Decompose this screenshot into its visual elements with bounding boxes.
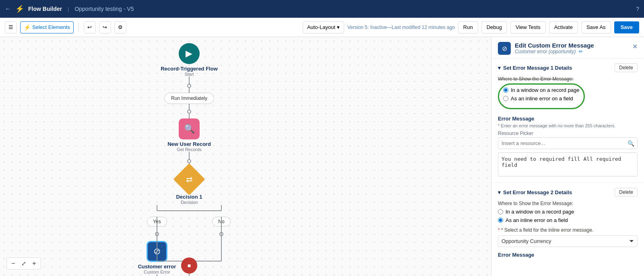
nav-separator: | bbox=[68, 6, 69, 12]
save-button[interactable]: Save bbox=[614, 21, 639, 33]
start-node-subtitle: Start bbox=[161, 72, 218, 77]
zoom-out-button[interactable]: − bbox=[8, 259, 18, 268]
decision-node[interactable]: ⇄ Decision 1 Decision bbox=[176, 168, 202, 205]
decision-inner-icon: ⇄ bbox=[186, 174, 193, 184]
zoom-in-button[interactable]: + bbox=[29, 259, 39, 268]
section-1-title: ▾ Set Error Message 1 Details bbox=[498, 65, 572, 71]
radio-option-window[interactable]: In a window on a record page bbox=[503, 87, 580, 93]
undo-button[interactable]: ↩ bbox=[84, 21, 96, 33]
panel-header-icon: ⊘ bbox=[498, 42, 511, 55]
resource-picker-search-icon: 🔍 bbox=[627, 140, 634, 147]
connector-dot-2 bbox=[187, 110, 191, 114]
error-message-title-1: Error Message bbox=[498, 116, 638, 122]
panel-header-text: Edit Custom Error Message Customer error… bbox=[515, 42, 594, 54]
connector-2 bbox=[189, 88, 190, 93]
radio-group-2: In a window on a record page As an inlin… bbox=[498, 209, 638, 223]
get-records-label: New User Record Get Records bbox=[167, 141, 211, 152]
branch-svg bbox=[133, 205, 246, 217]
panel-header-left: ⊘ Edit Custom Error Message Customer err… bbox=[498, 42, 594, 55]
decision-node-label: Decision 1 Decision bbox=[176, 194, 202, 205]
error-msg-section-2: Error Message bbox=[498, 252, 638, 258]
connector-dot-1 bbox=[187, 84, 191, 88]
save-as-button[interactable]: Save As bbox=[581, 21, 611, 33]
section-1-chevron: ▾ bbox=[498, 65, 501, 71]
section-2: ▾ Set Error Message 2 Details Delete Whe… bbox=[491, 183, 644, 264]
run-immediately-label: Run Immediately bbox=[164, 93, 214, 104]
toolbar: ☰ ⚡ Select Elements ↩ ↪ ⚙ Auto-Layout ▾ … bbox=[0, 18, 644, 37]
section-2-header: ▾ Set Error Message 2 Details Delete bbox=[498, 188, 638, 197]
start-node[interactable]: ▶ Record-Triggered Flow Start bbox=[161, 43, 218, 77]
select-field-label: * * Select a field for the inline error … bbox=[498, 227, 638, 233]
auto-layout-button[interactable]: Auto-Layout ▾ bbox=[303, 21, 344, 33]
connector-5 bbox=[189, 152, 190, 159]
flow-name: Opportunity testing - V5 bbox=[74, 6, 134, 12]
settings-button[interactable]: ⚙ bbox=[114, 21, 126, 33]
error-message-title-2: Error Message bbox=[498, 252, 638, 258]
zoom-controls: − ⤢ + bbox=[6, 257, 41, 270]
auto-layout-label: Auto-Layout bbox=[307, 24, 335, 30]
help-button[interactable]: ? bbox=[636, 6, 639, 12]
canvas-background bbox=[0, 37, 491, 276]
connector-dot-3 bbox=[187, 159, 191, 163]
where-to-show-label-2: Where to Show the Error Message: bbox=[498, 201, 638, 206]
select-field-label-text: * Select a field for the inline error me… bbox=[501, 227, 593, 233]
radio-group-1: In a window on a record page As an inlin… bbox=[503, 87, 580, 102]
error-msg-section-1: Error Message * Enter an error message w… bbox=[498, 116, 638, 178]
flow-builder-icon: ⚡ bbox=[15, 4, 24, 13]
debug-button[interactable]: Debug bbox=[481, 21, 507, 33]
panel-edit-icon[interactable]: ✏ bbox=[579, 49, 583, 54]
radio-inline-label-2: As an inline error on a field bbox=[506, 217, 568, 223]
error-text-area-1[interactable]: You need to required fill All required f… bbox=[498, 152, 638, 176]
section-2-title-text: Set Error Message 2 Details bbox=[503, 189, 572, 195]
run-button[interactable]: Run bbox=[458, 21, 478, 33]
radio-inline-input[interactable] bbox=[503, 96, 508, 101]
resource-picker-label-1: Resource Picker bbox=[498, 131, 638, 136]
end-node-icon: ■ bbox=[181, 257, 197, 274]
section-1-delete-button[interactable]: Delete bbox=[615, 63, 638, 72]
opportunity-currency-select[interactable]: Opportunity Currency bbox=[498, 235, 638, 247]
get-records-node[interactable]: 🔍 New User Record Get Records bbox=[167, 118, 211, 152]
redo-button[interactable]: ↪ bbox=[99, 21, 111, 33]
radio-option-inline[interactable]: As an inline error on a field bbox=[503, 95, 580, 102]
top-nav: ← ⚡ Flow Builder | Opportunity testing -… bbox=[0, 0, 644, 18]
radio-window-input[interactable] bbox=[503, 87, 508, 93]
section-2-title: ▾ Set Error Message 2 Details bbox=[498, 189, 572, 195]
radio-window-label-2: In a window on a record page bbox=[506, 209, 574, 215]
highlight-circle: In a window on a record page As an inlin… bbox=[498, 83, 585, 109]
fit-to-screen-button[interactable]: ⤢ bbox=[19, 259, 29, 268]
connector-3 bbox=[189, 104, 190, 110]
radio-option-inline-2[interactable]: As an inline error on a field bbox=[498, 217, 638, 223]
radio-option-window-2[interactable]: In a window on a record page bbox=[498, 209, 638, 215]
panel-subtitle: Customer error (opportunity) bbox=[515, 49, 576, 54]
main-content: ▶ Record-Triggered Flow Start Run Immedi… bbox=[0, 37, 644, 276]
select-elements-icon: ⚡ bbox=[24, 24, 31, 31]
radio-window-label: In a window on a record page bbox=[511, 87, 580, 93]
view-tests-button[interactable]: View Tests bbox=[510, 21, 546, 33]
start-node-label: Record-Triggered Flow Start bbox=[161, 66, 218, 77]
section-2-chevron: ▾ bbox=[498, 189, 501, 195]
merge-area: ■ End bbox=[133, 217, 246, 276]
get-records-title: New User Record bbox=[167, 141, 211, 147]
panel-close-button[interactable]: ✕ bbox=[632, 43, 638, 50]
run-immediately-node[interactable]: Run Immediately bbox=[164, 93, 214, 104]
toolbar-divider-1 bbox=[78, 23, 79, 32]
panel-header: ⊘ Edit Custom Error Message Customer err… bbox=[491, 37, 644, 58]
back-button[interactable]: ← bbox=[5, 5, 11, 12]
select-elements-button[interactable]: ⚡ Select Elements bbox=[20, 21, 74, 33]
toggle-sidebar-button[interactable]: ☰ bbox=[5, 21, 17, 33]
get-records-subtitle: Get Records bbox=[167, 147, 211, 152]
section-2-delete-button[interactable]: Delete bbox=[615, 188, 638, 197]
start-node-title: Record-Triggered Flow bbox=[161, 66, 218, 72]
where-to-show-label-1: Where to Show the Error Message: bbox=[498, 76, 638, 82]
get-records-icon: 🔍 bbox=[179, 118, 200, 139]
activate-button[interactable]: Activate bbox=[549, 21, 578, 33]
flow-canvas[interactable]: ▶ Record-Triggered Flow Start Run Immedi… bbox=[0, 37, 491, 276]
end-node[interactable]: ■ End bbox=[181, 257, 197, 276]
char-limit-note-1: * Enter an error message with no more th… bbox=[498, 123, 638, 128]
start-node-icon: ▶ bbox=[179, 43, 200, 64]
toolbar-right: Auto-Layout ▾ Version 5: Inactive—Last m… bbox=[303, 21, 639, 33]
resource-picker-input-1[interactable] bbox=[498, 137, 638, 149]
radio-inline-input-2[interactable] bbox=[498, 218, 503, 223]
section-1-header: ▾ Set Error Message 1 Details Delete bbox=[498, 63, 638, 72]
radio-window-input-2[interactable] bbox=[498, 209, 503, 214]
